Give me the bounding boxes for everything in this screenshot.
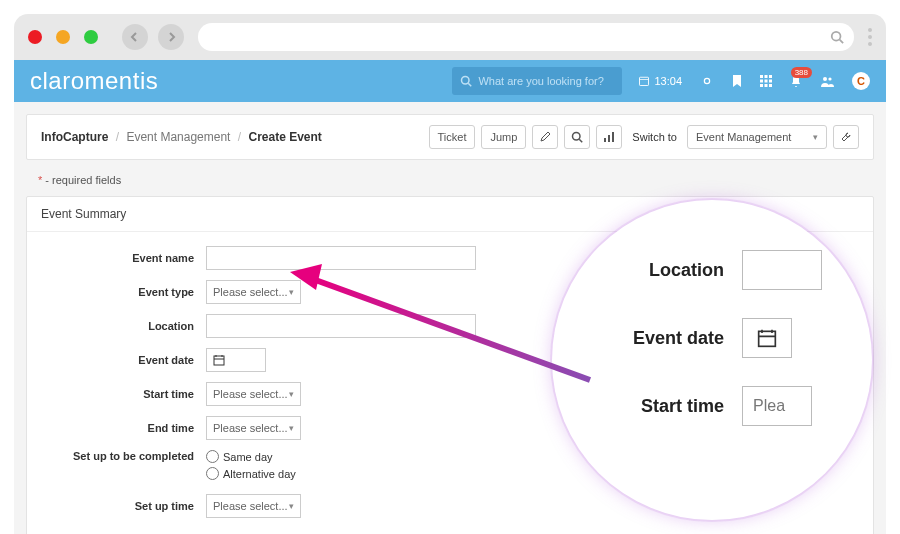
nav-arrows bbox=[122, 24, 184, 50]
bell-icon[interactable]: 388 bbox=[790, 75, 802, 88]
zoom-magnifier: Location Event date Start time Plea bbox=[552, 200, 872, 520]
event-type-select[interactable]: Please select... ▾ bbox=[206, 280, 301, 304]
search-icon bbox=[830, 30, 844, 44]
zoom-start-time-label: Start time bbox=[592, 396, 742, 417]
minimize-window-icon[interactable] bbox=[56, 30, 70, 44]
setup-time-label: Set up time bbox=[41, 500, 206, 512]
location-input[interactable] bbox=[206, 314, 476, 338]
svg-line-18 bbox=[580, 139, 583, 142]
notification-badge: 388 bbox=[791, 67, 812, 78]
svg-rect-14 bbox=[769, 84, 772, 87]
chevron-down-icon: ▾ bbox=[289, 423, 294, 433]
calendar-icon bbox=[213, 354, 225, 366]
breadcrumb-mid[interactable]: Event Management bbox=[126, 130, 230, 144]
svg-rect-9 bbox=[760, 80, 763, 83]
global-search-input[interactable]: What are you looking for? bbox=[452, 67, 622, 95]
location-label: Location bbox=[41, 320, 206, 332]
breadcrumb-root[interactable]: InfoCapture bbox=[41, 130, 108, 144]
user-avatar[interactable]: C bbox=[852, 72, 870, 90]
bar-chart-icon bbox=[603, 131, 615, 143]
svg-rect-6 bbox=[760, 75, 763, 78]
svg-point-16 bbox=[828, 77, 831, 80]
svg-point-17 bbox=[573, 133, 581, 141]
switch-to-label: Switch to bbox=[632, 131, 677, 143]
address-bar[interactable] bbox=[198, 23, 854, 51]
chevron-down-icon: ▾ bbox=[289, 501, 294, 511]
ticket-button[interactable]: Ticket bbox=[429, 125, 476, 149]
link-icon[interactable] bbox=[700, 75, 714, 87]
header-icons: 13:04 388 C bbox=[638, 72, 870, 90]
chevron-down-icon: ▾ bbox=[289, 287, 294, 297]
end-time-label: End time bbox=[41, 422, 206, 434]
project-select-value: Event Management bbox=[696, 131, 791, 143]
svg-line-1 bbox=[840, 40, 844, 44]
wrench-icon bbox=[840, 131, 852, 143]
forward-button[interactable] bbox=[158, 24, 184, 50]
svg-rect-21 bbox=[612, 132, 614, 142]
required-fields-note: * - required fields bbox=[38, 174, 862, 186]
event-date-label: Event date bbox=[41, 354, 206, 366]
setup-completed-label: Set up to be completed bbox=[41, 450, 206, 462]
edit-icon bbox=[539, 131, 551, 143]
svg-rect-7 bbox=[765, 75, 768, 78]
start-time-label: Start time bbox=[41, 388, 206, 400]
jump-button[interactable]: Jump bbox=[481, 125, 526, 149]
close-window-icon[interactable] bbox=[28, 30, 42, 44]
alt-day-radio[interactable]: Alternative day bbox=[206, 467, 296, 480]
brand-logo: claromentis bbox=[30, 67, 158, 95]
browser-menu-icon[interactable] bbox=[868, 28, 872, 46]
zoom-location-label: Location bbox=[592, 260, 742, 281]
svg-rect-8 bbox=[769, 75, 772, 78]
svg-rect-26 bbox=[759, 331, 776, 346]
browser-chrome bbox=[14, 14, 886, 60]
svg-point-0 bbox=[832, 32, 841, 41]
zoom-event-date-label: Event date bbox=[592, 328, 742, 349]
svg-rect-13 bbox=[765, 84, 768, 87]
svg-rect-19 bbox=[604, 138, 606, 142]
search-icon bbox=[571, 131, 583, 143]
event-name-input[interactable] bbox=[206, 246, 476, 270]
tools-button[interactable] bbox=[833, 125, 859, 149]
edit-button[interactable] bbox=[532, 125, 558, 149]
zoom-start-time-select: Plea bbox=[742, 386, 812, 426]
breadcrumb-leaf: Create Event bbox=[248, 130, 321, 144]
svg-point-2 bbox=[462, 77, 470, 85]
setup-time-select[interactable]: Please select... ▾ bbox=[206, 494, 301, 518]
chevron-down-icon: ▾ bbox=[289, 389, 294, 399]
calendar-icon bbox=[757, 328, 777, 348]
zoom-event-date-input bbox=[742, 318, 792, 358]
svg-rect-20 bbox=[608, 135, 610, 142]
svg-point-15 bbox=[823, 77, 827, 81]
calendar-icon bbox=[638, 75, 650, 87]
maximize-window-icon[interactable] bbox=[84, 30, 98, 44]
svg-rect-22 bbox=[214, 356, 224, 365]
people-icon[interactable] bbox=[820, 75, 834, 87]
end-time-select[interactable]: Please select... ▾ bbox=[206, 416, 301, 440]
zoom-location-input bbox=[742, 250, 822, 290]
project-select[interactable]: Event Management ▾ bbox=[687, 125, 827, 149]
back-button[interactable] bbox=[122, 24, 148, 50]
app-header: claromentis What are you looking for? 13… bbox=[14, 60, 886, 102]
apps-grid-icon[interactable] bbox=[760, 75, 772, 87]
event-date-input[interactable] bbox=[206, 348, 266, 372]
traffic-lights bbox=[28, 30, 98, 44]
page-header-bar: InfoCapture / Event Management / Create … bbox=[26, 114, 874, 160]
search-icon bbox=[460, 75, 472, 87]
svg-rect-4 bbox=[640, 77, 649, 85]
breadcrumb: InfoCapture / Event Management / Create … bbox=[41, 130, 322, 144]
search-placeholder: What are you looking for? bbox=[478, 75, 603, 87]
clock-time: 13:04 bbox=[654, 75, 682, 87]
chevron-down-icon: ▾ bbox=[813, 132, 818, 142]
search-button[interactable] bbox=[564, 125, 590, 149]
stats-button[interactable] bbox=[596, 125, 622, 149]
svg-rect-11 bbox=[769, 80, 772, 83]
page-toolbar: Ticket Jump Switch to Event Management ▾ bbox=[429, 125, 859, 149]
event-name-label: Event name bbox=[41, 252, 206, 264]
svg-rect-10 bbox=[765, 80, 768, 83]
clock-widget[interactable]: 13:04 bbox=[638, 75, 682, 87]
svg-rect-12 bbox=[760, 84, 763, 87]
bookmark-icon[interactable] bbox=[732, 75, 742, 87]
same-day-radio[interactable]: Same day bbox=[206, 450, 296, 463]
start-time-select[interactable]: Please select... ▾ bbox=[206, 382, 301, 406]
svg-line-3 bbox=[469, 83, 472, 86]
